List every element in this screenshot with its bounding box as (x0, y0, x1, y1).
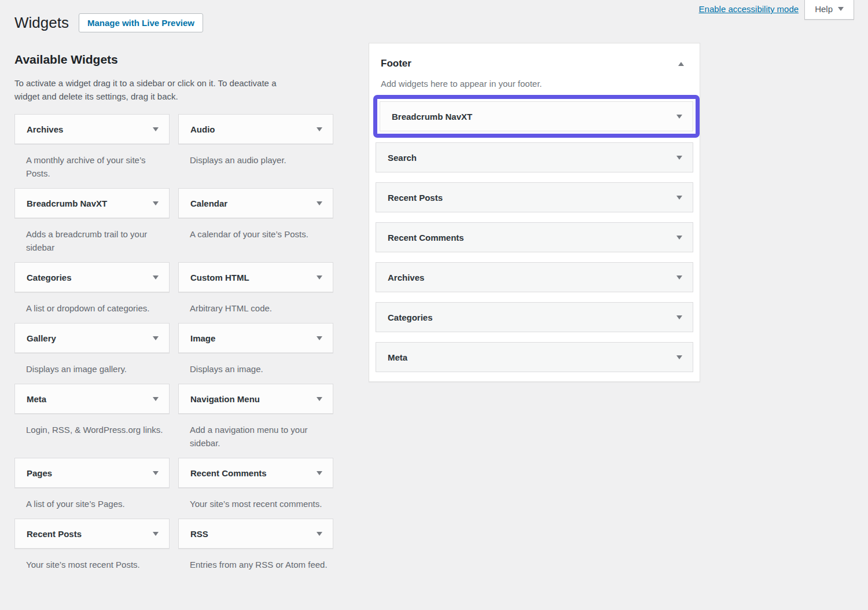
available-widget-item: Categories A list or dropdown of categor… (14, 262, 170, 323)
footer-widgets-list: Breadcrumb NavXT Search Recent Posts Rec… (369, 95, 700, 381)
available-widget-custom-html[interactable]: Custom HTML (178, 262, 333, 292)
available-widget-item: Gallery Displays an image gallery. (14, 323, 170, 384)
chevron-down-icon[interactable] (317, 532, 322, 536)
enable-accessibility-mode-link[interactable]: Enable accessibility mode (699, 4, 799, 14)
chevron-down-icon[interactable] (676, 355, 682, 359)
widget-title: Custom HTML (190, 273, 249, 282)
available-widget-item: Recent Posts Your site’s most recent Pos… (14, 519, 170, 579)
help-dropdown-button[interactable]: Help (804, 0, 854, 20)
footer-widget-recent-posts[interactable]: Recent Posts (376, 182, 693, 212)
widget-description: Adds a breadcrumb trail to your sidebar (26, 227, 165, 254)
widget-title: Meta (27, 394, 46, 404)
widget-description: Arbitrary HTML code. (190, 302, 329, 315)
widget-title: Recent Comments (190, 468, 267, 478)
chevron-down-icon[interactable] (153, 397, 159, 401)
available-widget-item: Breadcrumb NavXT Adds a breadcrumb trail… (14, 188, 170, 262)
available-widget-gallery[interactable]: Gallery (14, 323, 170, 353)
available-widget-navigation-menu[interactable]: Navigation Menu (178, 384, 333, 414)
widget-description: Login, RSS, & WordPress.org links. (26, 423, 165, 436)
available-widget-item: Recent Comments Your site’s most recent … (178, 458, 333, 519)
available-widget-breadcrumb-navxt[interactable]: Breadcrumb NavXT (14, 188, 170, 218)
footer-panel-header[interactable]: Footer (369, 43, 700, 70)
widget-title: Archives (388, 273, 424, 282)
chevron-down-icon[interactable] (676, 196, 682, 200)
chevron-down-icon[interactable] (153, 275, 159, 280)
footer-widget-breadcrumb-navxt[interactable]: Breadcrumb NavXT (380, 101, 693, 131)
widget-title: Pages (27, 468, 52, 478)
widget-description: A monthly archive of your site’s Posts. (26, 153, 165, 180)
available-widget-pages[interactable]: Pages (14, 458, 170, 488)
footer-panel-title: Footer (381, 57, 411, 70)
chevron-down-icon[interactable] (676, 275, 682, 280)
chevron-down-icon[interactable] (676, 315, 682, 319)
widget-title: Search (388, 153, 417, 163)
available-widget-item: Audio Displays an audio player. (178, 114, 333, 188)
available-widget-item: Calendar A calendar of your site’s Posts… (178, 188, 333, 262)
chevron-down-icon[interactable] (676, 156, 682, 160)
available-widget-item: Custom HTML Arbitrary HTML code. (178, 262, 333, 323)
widget-description: A list or dropdown of categories. (26, 302, 165, 315)
footer-widget-search[interactable]: Search (376, 142, 693, 172)
widget-description: Displays an image. (190, 362, 329, 376)
chevron-down-icon[interactable] (317, 201, 322, 205)
widget-title: Meta (388, 352, 407, 362)
widget-title: Calendar (190, 199, 227, 208)
widget-description: Your site’s most recent Posts. (26, 558, 165, 571)
footer-widget-categories[interactable]: Categories (376, 302, 693, 332)
available-widget-item: RSS Entries from any RSS or Atom feed. (178, 519, 333, 579)
available-widget-item: Meta Login, RSS, & WordPress.org links. (14, 384, 170, 458)
widget-title: Recent Comments (388, 233, 464, 242)
widget-title: Categories (388, 313, 433, 322)
widget-title: Breadcrumb NavXT (392, 112, 472, 122)
chevron-down-icon[interactable] (153, 471, 159, 475)
available-widget-rss[interactable]: RSS (178, 519, 333, 549)
available-widgets-section: Available Widgets To activate a widget d… (14, 52, 333, 579)
chevron-down-icon[interactable] (317, 127, 322, 131)
widget-title: Audio (190, 124, 215, 134)
widget-title: Recent Posts (27, 529, 82, 539)
chevron-down-icon[interactable] (317, 275, 322, 280)
widget-description: Displays an audio player. (190, 153, 329, 167)
manage-live-preview-button[interactable]: Manage with Live Preview (79, 13, 203, 32)
available-widget-item: Archives A monthly archive of your site’… (14, 114, 170, 188)
chevron-down-icon (838, 7, 844, 11)
chevron-down-icon[interactable] (153, 127, 159, 131)
available-widget-recent-posts[interactable]: Recent Posts (14, 519, 170, 549)
widget-title: Image (190, 333, 215, 343)
widget-title: Gallery (27, 333, 56, 343)
footer-panel-description: Add widgets here to appear in your foote… (381, 78, 688, 89)
widget-title: Recent Posts (388, 193, 443, 203)
footer-widget-recent-comments[interactable]: Recent Comments (376, 222, 693, 252)
widget-title: Categories (27, 273, 72, 282)
widget-description: Displays an image gallery. (26, 362, 165, 376)
chevron-down-icon[interactable] (317, 336, 322, 340)
available-widget-archives[interactable]: Archives (14, 114, 170, 144)
available-widget-calendar[interactable]: Calendar (178, 188, 333, 218)
available-widget-audio[interactable]: Audio (178, 114, 333, 144)
footer-widget-meta[interactable]: Meta (376, 342, 693, 372)
chevron-down-icon[interactable] (153, 532, 159, 536)
page-title: Widgets (14, 13, 69, 32)
chevron-down-icon[interactable] (317, 397, 322, 401)
footer-widget-archives[interactable]: Archives (376, 262, 693, 292)
help-label: Help (815, 4, 833, 14)
available-widgets-grid: Archives A monthly archive of your site’… (14, 114, 333, 579)
available-widget-recent-comments[interactable]: Recent Comments (178, 458, 333, 488)
chevron-up-icon[interactable] (678, 62, 684, 66)
widget-title: Breadcrumb NavXT (27, 199, 107, 208)
chevron-down-icon[interactable] (676, 236, 682, 240)
widget-title: Navigation Menu (190, 394, 260, 404)
page-header: Widgets Manage with Live Preview (14, 13, 203, 32)
available-widget-meta[interactable]: Meta (14, 384, 170, 414)
available-widget-item: Image Displays an image. (178, 323, 333, 384)
chevron-down-icon[interactable] (153, 201, 159, 205)
chevron-down-icon[interactable] (676, 115, 682, 119)
highlighted-widget-outline: Breadcrumb NavXT (373, 95, 700, 138)
chevron-down-icon[interactable] (153, 336, 159, 340)
available-widget-item: Navigation Menu Add a navigation menu to… (178, 384, 333, 458)
widget-description: Entries from any RSS or Atom feed. (190, 558, 329, 571)
available-widget-categories[interactable]: Categories (14, 262, 170, 292)
available-widget-image[interactable]: Image (178, 323, 333, 353)
available-widgets-intro: To activate a widget drag it to a sideba… (14, 76, 278, 103)
chevron-down-icon[interactable] (317, 471, 322, 475)
